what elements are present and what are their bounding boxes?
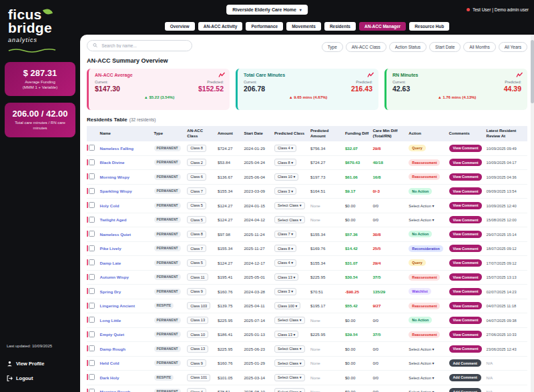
predicted-class-select[interactable]: Select Class ▾ <box>274 216 304 223</box>
filter-all-years-button[interactable]: All Years <box>499 42 527 52</box>
view-comment-button[interactable]: View Comment <box>449 302 483 309</box>
filter-all-months-button[interactable]: All Months <box>463 42 495 52</box>
view-comment-button[interactable]: View Comment <box>449 288 483 295</box>
resident-name-link[interactable]: Sparkling Wispy <box>100 189 132 193</box>
view-comment-button[interactable]: View Comment <box>449 173 483 181</box>
resident-name-link[interactable]: Damp Late <box>100 261 121 265</box>
line-chart-icon[interactable] <box>367 72 374 78</box>
predicted-class-select[interactable]: Class 3 ▾ <box>274 187 296 195</box>
filter-type-button[interactable]: Type <box>322 42 343 52</box>
line-chart-icon[interactable] <box>516 72 523 78</box>
row-checkbox[interactable] <box>89 389 95 392</box>
action-badge[interactable]: Reassessment <box>409 173 440 180</box>
anacc-class-select[interactable]: Class 7 <box>187 187 206 195</box>
anacc-class-select[interactable]: Class 6 <box>187 173 206 181</box>
anacc-class-select[interactable]: Class 8 <box>187 145 206 152</box>
view-comment-button[interactable]: View Comment <box>449 159 483 166</box>
predicted-class-select[interactable]: Select Class ▾ <box>274 345 304 353</box>
resident-name-link[interactable]: Empty Quiet <box>100 332 124 337</box>
row-checkbox[interactable] <box>89 274 95 280</box>
anacc-class-select[interactable]: Class 11 <box>187 273 208 281</box>
row-checkbox[interactable] <box>89 159 95 165</box>
row-checkbox[interactable] <box>89 188 95 194</box>
action-badge[interactable]: Query <box>409 145 425 151</box>
tab-residents[interactable]: Residents <box>324 22 356 31</box>
resident-name-link[interactable]: Pike Lively <box>100 246 121 251</box>
resident-name-link[interactable]: Twilight Aged <box>100 217 127 222</box>
predicted-class-select[interactable]: Class 8 ▾ <box>274 245 296 252</box>
action-badge[interactable]: Reassessment <box>409 274 440 281</box>
resident-name-link[interactable]: Nameless Quiet <box>100 232 131 237</box>
action-badge[interactable]: No Action <box>409 231 432 237</box>
view-comment-button[interactable]: View Comment <box>449 245 483 252</box>
row-checkbox[interactable] <box>89 259 95 265</box>
tab-performance[interactable]: Performance <box>246 22 283 31</box>
predicted-class-select[interactable]: Class 10 ▾ <box>274 173 298 181</box>
vertical-scrollbar[interactable] <box>531 35 534 392</box>
tab-resource-hub[interactable]: Resource Hub <box>409 22 449 31</box>
resident-name-link[interactable]: Dark Holy <box>100 375 119 380</box>
predicted-class-select[interactable]: Class 3 ▾ <box>274 288 296 295</box>
row-checkbox[interactable] <box>89 345 95 351</box>
row-checkbox[interactable] <box>89 231 95 237</box>
action-badge[interactable]: Query <box>409 259 425 266</box>
resident-name-link[interactable]: Damp Rough <box>100 347 126 351</box>
anacc-class-select[interactable]: Class 7 <box>187 245 206 252</box>
predicted-class-select[interactable]: Class 7 ▾ <box>274 231 296 238</box>
resident-name-link[interactable]: Morning Wispy <box>100 175 129 179</box>
resident-name-link[interactable]: Lingering Ancient <box>100 303 135 308</box>
view-comment-button[interactable]: View Comment <box>449 145 483 152</box>
predicted-class-select[interactable]: Class 13 ▾ <box>274 331 298 338</box>
tab-overview[interactable]: Overview <box>165 22 195 31</box>
row-checkbox[interactable] <box>89 217 95 223</box>
row-checkbox[interactable] <box>89 202 95 208</box>
add-comment-button[interactable]: Add Comment <box>449 374 481 381</box>
predicted-class-select[interactable]: Class 4 ▾ <box>274 259 296 267</box>
predicted-class-select[interactable]: Select Class ▾ <box>274 374 304 381</box>
view-comment-button[interactable]: View Comment <box>449 231 483 238</box>
anacc-class-select[interactable]: Class 9 <box>187 288 206 295</box>
action-select[interactable]: Select Action ▾ <box>409 361 434 365</box>
resident-name-link[interactable]: Spring Dry <box>100 289 121 294</box>
anacc-class-select[interactable]: Class 5 <box>187 259 206 267</box>
anacc-class-select[interactable]: Class 5 <box>187 202 206 209</box>
anacc-class-select[interactable]: Class 4 <box>187 388 206 392</box>
row-checkbox[interactable] <box>89 360 95 366</box>
action-select[interactable]: Select Action ▾ <box>409 204 434 208</box>
logout-button[interactable]: Logout <box>7 375 33 381</box>
action-select[interactable]: Select Action ▾ <box>409 218 434 222</box>
view-comment-button[interactable]: View Comment <box>449 259 483 267</box>
predicted-class-select[interactable]: Class 100 ▾ <box>274 302 300 309</box>
action-badge[interactable]: Reconsideration <box>409 245 443 252</box>
filter-start-date-button[interactable]: Start Date <box>429 42 461 52</box>
row-checkbox[interactable] <box>89 331 95 337</box>
anacc-class-select[interactable]: Class 101 <box>187 374 210 381</box>
anacc-class-select[interactable]: Class 13 <box>187 317 208 324</box>
resident-name-link[interactable]: Morning Rough <box>100 389 131 392</box>
action-badge[interactable]: No Action <box>409 317 432 323</box>
resident-name-link[interactable]: Autumn Wispy <box>100 275 129 279</box>
line-chart-icon[interactable] <box>218 72 226 78</box>
predicted-class-select[interactable]: Select Class ▾ <box>274 317 304 324</box>
view-comment-button[interactable]: View Comment <box>449 345 483 353</box>
action-badge[interactable]: Reassessment <box>409 331 440 338</box>
tab-an-acc-activity[interactable]: AN-ACC Activity <box>198 22 243 31</box>
row-checkbox[interactable] <box>89 245 95 251</box>
anacc-class-select[interactable]: Class 10 <box>187 331 208 338</box>
action-badge[interactable]: Watchlist <box>409 288 431 295</box>
facility-select[interactable]: Riverside Elderly Care Home ▾ <box>226 5 308 15</box>
add-comment-button[interactable]: Add Comment <box>449 359 481 367</box>
add-comment-button[interactable]: Add Comment <box>449 388 481 392</box>
action-badge[interactable]: No Action <box>409 188 432 195</box>
search-box[interactable] <box>87 40 192 51</box>
anacc-class-select[interactable]: Class 9 <box>187 359 206 367</box>
row-checkbox[interactable] <box>89 374 95 380</box>
tab-movements[interactable]: Movements <box>286 22 321 31</box>
predicted-class-select[interactable]: Class 13 ▾ <box>274 273 298 281</box>
view-comment-button[interactable]: View Comment <box>449 331 483 338</box>
view-comment-button[interactable]: View Comment <box>449 202 483 209</box>
row-checkbox[interactable] <box>89 303 95 309</box>
predicted-class-select[interactable]: Select Class ▾ <box>274 359 304 367</box>
anacc-class-select[interactable]: Class 8 <box>187 231 206 238</box>
resident-name-link[interactable]: Held Cold <box>100 361 119 365</box>
